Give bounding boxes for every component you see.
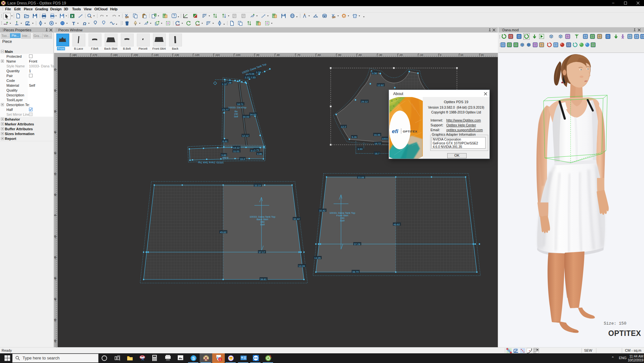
svg-text:9.56: 9.56 bbox=[372, 72, 377, 75]
svg-text:2.22: 2.22 bbox=[245, 76, 250, 79]
svg-text:OPTITEX: OPTITEX bbox=[403, 130, 417, 133]
svg-text:45.62: 45.62 bbox=[393, 223, 400, 226]
svg-text:-80: -80 bbox=[276, 54, 280, 56]
svg-text:38.79: 38.79 bbox=[352, 270, 359, 273]
svg-text:-50: -50 bbox=[337, 54, 341, 56]
svg-text:-70: -70 bbox=[297, 54, 300, 56]
svg-text:Ω: Ω bbox=[82, 21, 86, 26]
svg-text:18.71: 18.71 bbox=[237, 103, 244, 106]
svg-text:32.42: 32.42 bbox=[319, 209, 326, 212]
svg-text:37.28: 37.28 bbox=[354, 243, 361, 246]
svg-text:Self: Self bbox=[234, 115, 239, 118]
svg-text:16.46: 16.46 bbox=[374, 133, 381, 136]
svg-text:1.71: 1.71 bbox=[254, 149, 259, 152]
svg-text:5.26: 5.26 bbox=[352, 136, 357, 139]
svg-text:32.42: 32.42 bbox=[293, 218, 300, 221]
svg-text:-30: -30 bbox=[54, 277, 57, 280]
svg-text:33.88: 33.88 bbox=[358, 176, 365, 179]
svg-text:1: 1 bbox=[219, 358, 221, 361]
svg-text:33.19: 33.19 bbox=[254, 184, 261, 187]
svg-text:10033- Dana Tank Top: 10033- Dana Tank Top bbox=[198, 161, 224, 164]
svg-text:-90: -90 bbox=[256, 54, 260, 56]
svg-text:30.93: 30.93 bbox=[243, 115, 250, 118]
svg-text:12.2: 12.2 bbox=[341, 125, 346, 128]
svg-text:13.35: 13.35 bbox=[298, 265, 305, 268]
svg-text:10033- Da kTop: 10033- Da kTop bbox=[228, 106, 247, 109]
svg-text:B.Belt: B.Belt bbox=[223, 157, 229, 159]
svg-text:Size: 150: Size: 150 bbox=[604, 321, 626, 326]
svg-text:40: 40 bbox=[54, 131, 57, 134]
svg-text:20: 20 bbox=[481, 54, 484, 56]
svg-text:70: 70 bbox=[54, 68, 57, 71]
svg-text:-60: -60 bbox=[54, 339, 57, 343]
svg-text:37.17: 37.17 bbox=[259, 251, 265, 254]
svg-text:5.05: 5.05 bbox=[249, 73, 254, 75]
svg-text:1003: 1003 bbox=[382, 137, 388, 140]
svg-text:-50: -50 bbox=[54, 319, 57, 322]
svg-text:-40: -40 bbox=[54, 298, 57, 301]
svg-text:20: 20 bbox=[54, 172, 57, 175]
svg-text:T: T bbox=[72, 21, 75, 26]
svg-text:12.62: 12.62 bbox=[377, 84, 384, 87]
svg-text:1.37: 1.37 bbox=[222, 83, 227, 86]
svg-text:-10: -10 bbox=[54, 235, 57, 239]
svg-text:12.12: 12.12 bbox=[242, 134, 249, 137]
svg-text:Self: Self bbox=[260, 223, 265, 226]
svg-text:S: S bbox=[192, 356, 195, 361]
svg-text:-20: -20 bbox=[399, 54, 403, 56]
svg-text:3.93: 3.93 bbox=[357, 148, 363, 151]
svg-text:29.12: 29.12 bbox=[361, 100, 368, 103]
svg-text:-40: -40 bbox=[358, 54, 362, 56]
svg-text:0: 0 bbox=[54, 214, 57, 216]
svg-text:16.72: 16.72 bbox=[374, 142, 381, 145]
svg-text:1.58: 1.58 bbox=[256, 71, 261, 74]
svg-text:-20: -20 bbox=[54, 256, 57, 260]
svg-text:6.61: 6.61 bbox=[223, 140, 228, 143]
svg-text:38.81: 38.81 bbox=[260, 278, 267, 281]
svg-text:Self: Self bbox=[340, 219, 345, 222]
svg-text:-60: -60 bbox=[317, 54, 321, 56]
svg-text:45.62: 45.62 bbox=[220, 231, 227, 234]
svg-text:50: 50 bbox=[54, 110, 57, 113]
svg-text:?: ? bbox=[173, 14, 175, 18]
svg-text:10: 10 bbox=[460, 54, 463, 56]
svg-text:60: 60 bbox=[54, 89, 57, 92]
svg-text:3.86: 3.86 bbox=[257, 152, 262, 155]
svg-text:X: X bbox=[71, 14, 74, 18]
svg-text:13.35: 13.35 bbox=[314, 257, 321, 260]
svg-text:34.63: 34.63 bbox=[250, 113, 257, 116]
svg-text:3.89: 3.89 bbox=[221, 154, 226, 157]
svg-text:7.53: 7.53 bbox=[251, 76, 256, 79]
svg-text:14.12: 14.12 bbox=[233, 146, 240, 149]
svg-text:10: 10 bbox=[54, 193, 57, 196]
svg-text:16.4: 16.4 bbox=[240, 158, 245, 161]
svg-text:16.7: 16.7 bbox=[374, 152, 380, 155]
svg-text:OPTITEX: OPTITEX bbox=[608, 329, 641, 338]
svg-text:23.77: 23.77 bbox=[222, 108, 229, 111]
svg-text:-10: -10 bbox=[419, 54, 423, 56]
svg-text:-30: -30 bbox=[378, 54, 382, 56]
svg-text:30: 30 bbox=[54, 152, 57, 154]
svg-text:11.01: 11.01 bbox=[233, 150, 240, 153]
svg-text:efi: efi bbox=[392, 128, 399, 134]
